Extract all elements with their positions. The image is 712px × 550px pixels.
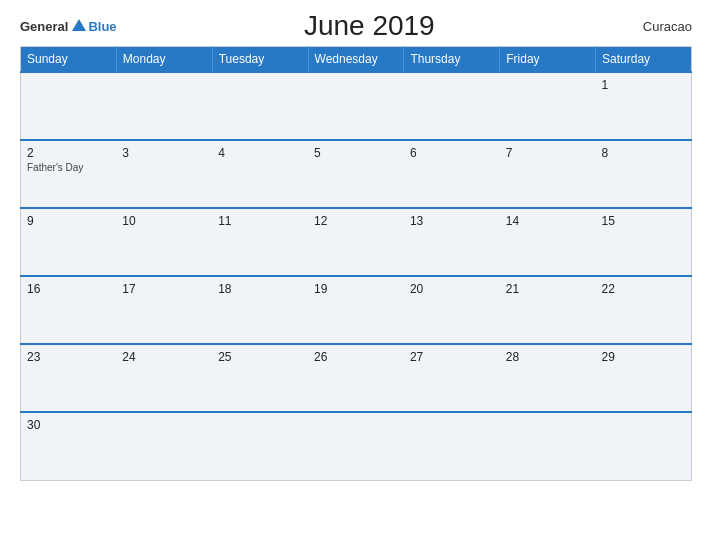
calendar-day-cell: 16	[21, 276, 117, 344]
day-number: 22	[602, 282, 685, 296]
calendar-day-cell: 12	[308, 208, 404, 276]
calendar-day-cell: 10	[116, 208, 212, 276]
day-number: 15	[602, 214, 685, 228]
calendar-day-cell	[596, 412, 692, 480]
weekday-header-friday: Friday	[500, 47, 596, 73]
calendar-header: General Blue June 2019 Curacao	[20, 10, 692, 42]
calendar-day-cell: 21	[500, 276, 596, 344]
day-number: 20	[410, 282, 494, 296]
day-number: 28	[506, 350, 590, 364]
weekday-header-sunday: Sunday	[21, 47, 117, 73]
day-number: 2	[27, 146, 110, 160]
day-number: 1	[602, 78, 685, 92]
day-number: 6	[410, 146, 494, 160]
calendar-week-row: 9101112131415	[21, 208, 692, 276]
calendar-week-row: 23242526272829	[21, 344, 692, 412]
calendar-day-cell	[212, 72, 308, 140]
event-label: Father's Day	[27, 162, 110, 173]
calendar-day-cell: 7	[500, 140, 596, 208]
day-number: 8	[602, 146, 685, 160]
calendar-day-cell: 6	[404, 140, 500, 208]
calendar-day-cell: 11	[212, 208, 308, 276]
calendar-day-cell: 24	[116, 344, 212, 412]
day-number: 21	[506, 282, 590, 296]
weekday-header-monday: Monday	[116, 47, 212, 73]
calendar-day-cell	[500, 412, 596, 480]
weekday-header-saturday: Saturday	[596, 47, 692, 73]
day-number: 5	[314, 146, 398, 160]
calendar-day-cell: 8	[596, 140, 692, 208]
weekday-header-wednesday: Wednesday	[308, 47, 404, 73]
calendar-day-cell: 18	[212, 276, 308, 344]
calendar-day-cell: 30	[21, 412, 117, 480]
region-label: Curacao	[622, 19, 692, 34]
day-number: 23	[27, 350, 110, 364]
calendar-day-cell	[308, 412, 404, 480]
day-number: 16	[27, 282, 110, 296]
calendar-day-cell: 26	[308, 344, 404, 412]
calendar-day-cell: 28	[500, 344, 596, 412]
calendar-day-cell: 2Father's Day	[21, 140, 117, 208]
calendar-day-cell: 9	[21, 208, 117, 276]
calendar-title: June 2019	[117, 10, 622, 42]
calendar-day-cell: 14	[500, 208, 596, 276]
calendar-day-cell: 27	[404, 344, 500, 412]
weekday-header-tuesday: Tuesday	[212, 47, 308, 73]
calendar-day-cell: 15	[596, 208, 692, 276]
logo-blue-text: Blue	[88, 19, 116, 34]
logo-general-text: General	[20, 19, 68, 34]
calendar-day-cell	[404, 72, 500, 140]
day-number: 4	[218, 146, 302, 160]
calendar-week-row: 16171819202122	[21, 276, 692, 344]
day-number: 19	[314, 282, 398, 296]
calendar-day-cell: 20	[404, 276, 500, 344]
day-number: 18	[218, 282, 302, 296]
calendar-day-cell: 19	[308, 276, 404, 344]
calendar-day-cell: 13	[404, 208, 500, 276]
day-number: 17	[122, 282, 206, 296]
calendar-day-cell	[116, 72, 212, 140]
weekday-header-row: SundayMondayTuesdayWednesdayThursdayFrid…	[21, 47, 692, 73]
calendar-week-row: 1	[21, 72, 692, 140]
logo: General Blue	[20, 19, 117, 34]
calendar-day-cell: 1	[596, 72, 692, 140]
day-number: 24	[122, 350, 206, 364]
calendar-day-cell	[308, 72, 404, 140]
calendar-day-cell: 17	[116, 276, 212, 344]
day-number: 27	[410, 350, 494, 364]
calendar-day-cell	[212, 412, 308, 480]
calendar-day-cell: 5	[308, 140, 404, 208]
day-number: 9	[27, 214, 110, 228]
day-number: 25	[218, 350, 302, 364]
calendar-week-row: 2Father's Day345678	[21, 140, 692, 208]
day-number: 10	[122, 214, 206, 228]
day-number: 13	[410, 214, 494, 228]
day-number: 7	[506, 146, 590, 160]
day-number: 3	[122, 146, 206, 160]
calendar-day-cell	[500, 72, 596, 140]
calendar-day-cell: 22	[596, 276, 692, 344]
calendar-day-cell: 29	[596, 344, 692, 412]
calendar-day-cell	[116, 412, 212, 480]
calendar-day-cell: 23	[21, 344, 117, 412]
day-number: 29	[602, 350, 685, 364]
calendar-table: SundayMondayTuesdayWednesdayThursdayFrid…	[20, 46, 692, 481]
calendar-day-cell: 3	[116, 140, 212, 208]
day-number: 12	[314, 214, 398, 228]
calendar-day-cell: 4	[212, 140, 308, 208]
calendar-week-row: 30	[21, 412, 692, 480]
calendar-day-cell	[21, 72, 117, 140]
day-number: 14	[506, 214, 590, 228]
weekday-header-thursday: Thursday	[404, 47, 500, 73]
day-number: 30	[27, 418, 110, 432]
day-number: 26	[314, 350, 398, 364]
calendar-day-cell: 25	[212, 344, 308, 412]
calendar-day-cell	[404, 412, 500, 480]
day-number: 11	[218, 214, 302, 228]
logo-triangle-icon	[72, 19, 86, 31]
